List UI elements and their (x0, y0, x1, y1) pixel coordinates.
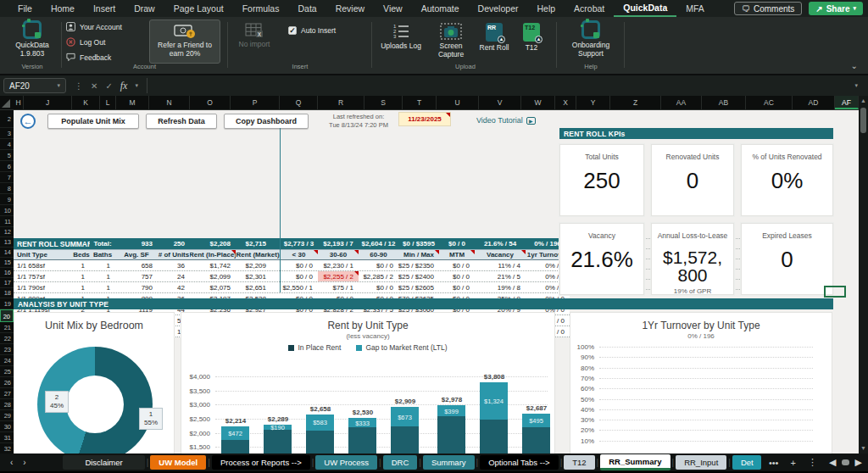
stacked-bar[interactable]: $673$2,236 (391, 407, 419, 454)
vertical-scroll-thumb[interactable] (860, 108, 866, 133)
sheet-tab-drc[interactable]: DRC (383, 455, 418, 470)
row-header-9[interactable]: 9 (0, 194, 14, 205)
sheet-tab-optional-tabs-[interactable]: Optional Tabs --> (480, 455, 558, 470)
sheet-tab-uw-model[interactable]: UW Model (150, 455, 206, 470)
row-header-25[interactable]: 25 (0, 366, 14, 377)
your-account-button[interactable]: Your Account (66, 20, 122, 33)
t12-upload-button[interactable]: T12▲ T12 (515, 19, 548, 64)
refresh-data-button[interactable]: Refresh Data (146, 114, 217, 129)
stacked-bar[interactable]: $472$1,742 (221, 426, 249, 454)
row-header-21[interactable]: 21 (0, 322, 14, 333)
column-header-W[interactable]: W (521, 96, 555, 109)
auto-insert-checkbox[interactable]: ✓ Auto Insert (288, 24, 336, 36)
column-header-M[interactable]: M (116, 96, 149, 109)
sheet-options-icon[interactable]: ⋮ (802, 457, 823, 468)
video-tutorial-link[interactable]: Video Tutorial ▶ (476, 116, 536, 125)
sheet-tab-summary[interactable]: Summary (423, 455, 475, 470)
sheet-tab-uw-process[interactable]: UW Process (315, 455, 377, 470)
collapse-ribbon-icon[interactable]: ⌄ (851, 61, 858, 70)
menu-tab-formulas[interactable]: Formulas (233, 0, 289, 17)
prev-sheet-icon[interactable]: ‹ (0, 458, 23, 467)
vertical-scrollbar[interactable]: ▲ ▼ (859, 96, 868, 471)
column-header-K[interactable]: K (72, 96, 100, 109)
menu-tab-home[interactable]: Home (42, 0, 84, 17)
column-header-Z[interactable]: Z (610, 96, 661, 109)
scroll-down-icon[interactable]: ▼ (860, 445, 866, 451)
row-header-17[interactable]: 17 (0, 278, 14, 288)
menu-tab-developer[interactable]: Developer (469, 0, 528, 17)
selected-cell-af20[interactable] (824, 286, 846, 298)
column-header-H[interactable]: H (14, 96, 24, 109)
menu-tab-acrobat[interactable]: Acrobat (565, 0, 614, 17)
column-header-P[interactable]: P (231, 96, 280, 109)
row-header-5[interactable]: 5 (0, 150, 14, 161)
column-header-U[interactable]: U (437, 96, 479, 109)
column-header-Y[interactable]: Y (576, 96, 610, 109)
sheet-tab-rr-summary[interactable]: RR_Summary (600, 454, 670, 470)
column-header-X[interactable]: X (555, 96, 576, 109)
row-header-16[interactable]: 16 (0, 268, 14, 278)
hscroll-left-icon[interactable]: ◀ (823, 457, 842, 468)
column-header-AF[interactable]: AF (835, 96, 859, 109)
row-header-11[interactable]: 11 (0, 216, 14, 227)
row-header-3[interactable]: 3 (0, 128, 14, 139)
menu-tab-mfa[interactable]: MFA (676, 0, 714, 17)
row-header-2[interactable]: 2 (0, 110, 14, 128)
sheet-tab-det[interactable]: Det (732, 455, 761, 470)
fx-icon[interactable]: fx (120, 80, 128, 92)
quickdata-version-button[interactable]: QuickData1.9.803 (7, 17, 58, 61)
column-header-AD[interactable]: AD (793, 96, 835, 109)
sheet-tab-t12[interactable]: T12 (564, 455, 594, 470)
name-box[interactable]: AF20 ▾ (3, 78, 66, 93)
sheet-tab-process-or-reports-[interactable]: Process or Reports --> (212, 455, 310, 470)
menu-tab-draw[interactable]: Draw (125, 0, 164, 17)
scroll-up-icon[interactable]: ▲ (860, 97, 866, 103)
row-header-12[interactable]: 12 (0, 227, 14, 237)
date-cell[interactable]: 11/23/2025 (398, 112, 451, 126)
column-header-S[interactable]: S (364, 96, 403, 109)
table-row[interactable]: 1/1 790sf1179042$2,075$2,651$2,550 / 1$7… (14, 282, 570, 293)
column-header-V[interactable]: V (479, 96, 521, 109)
table-row[interactable]: 1/1 658sf1165836$1,742$2,209$0 / 0$2,230… (14, 260, 570, 271)
menu-tab-quickdata[interactable]: QuickData (614, 0, 676, 17)
menu-tab-insert[interactable]: Insert (84, 0, 125, 17)
menu-tab-file[interactable]: File (8, 0, 42, 17)
stacked-bar[interactable]: $1,324$2,484 (480, 382, 508, 454)
populate-unit-mix-button[interactable]: Populate Unit Mix (47, 114, 139, 129)
column-header-L[interactable]: L (100, 96, 116, 109)
back-button[interactable]: ← (20, 114, 36, 129)
column-header-N[interactable]: N (149, 96, 190, 109)
row-header-6[interactable]: 6 (0, 161, 14, 172)
share-button[interactable]: ↗ Share ▾ (809, 2, 863, 15)
screen-capture-button[interactable]: Screen Capture (429, 19, 473, 64)
row-header-26[interactable]: 26 (0, 377, 14, 388)
refer-a-friend-button[interactable]: Refer a Friend to earn 20% (149, 19, 220, 64)
uploads-log-button[interactable]: 123 Uploads Log (376, 19, 426, 64)
stacked-bar[interactable]: $495$2,191 (522, 414, 550, 454)
select-all-corner[interactable] (2, 99, 10, 108)
row-header-22[interactable]: 22 (0, 333, 14, 344)
menu-tab-page-layout[interactable]: Page Layout (164, 0, 233, 17)
row-header-10[interactable]: 10 (0, 205, 14, 216)
menu-tab-automate[interactable]: Automate (412, 0, 469, 17)
sheet-tab-disclaimer[interactable]: Disclaimer (63, 455, 144, 470)
stacked-bar[interactable]: $583$2,075 (306, 415, 334, 454)
row-header-31[interactable]: 31 (0, 432, 14, 443)
menu-tab-review[interactable]: Review (326, 0, 374, 17)
stacked-bar[interactable]: $399$2,579 (437, 405, 465, 454)
column-header-Q[interactable]: Q (280, 96, 318, 109)
horizontal-scroll-thumb[interactable] (842, 459, 849, 465)
enter-icon[interactable]: ✓ (105, 81, 112, 91)
cancel-icon[interactable]: ✕ (91, 81, 97, 91)
next-sheet-icon[interactable]: › (23, 458, 36, 467)
row-header-23[interactable]: 23 (0, 344, 14, 355)
column-header-AA[interactable]: AA (661, 96, 702, 109)
column-header-AB[interactable]: AB (702, 96, 746, 109)
formula-input[interactable]: ▾ (147, 78, 863, 93)
column-header-O[interactable]: O (190, 96, 231, 109)
menu-tab-help[interactable]: Help (527, 0, 565, 17)
menu-tab-view[interactable]: View (374, 0, 412, 17)
row-header-27[interactable]: 27 (0, 388, 14, 399)
column-header-J[interactable]: J (24, 96, 72, 109)
row-header-13[interactable]: 13 (0, 237, 14, 248)
